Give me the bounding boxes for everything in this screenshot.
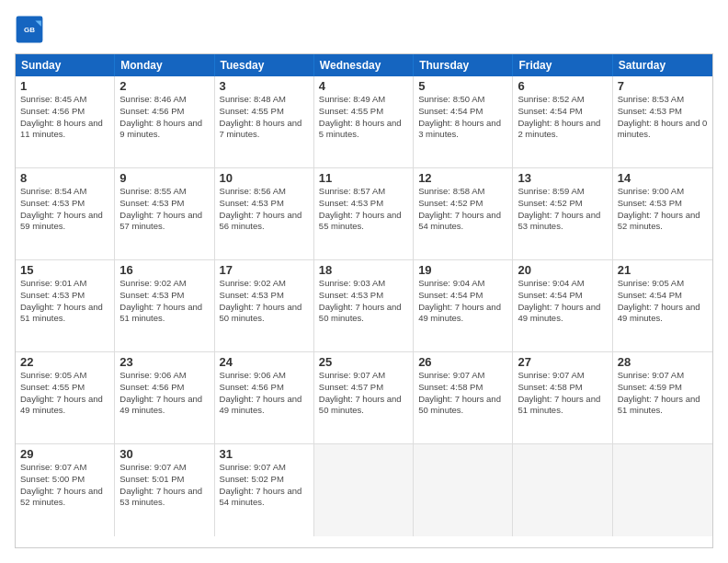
header-day-saturday: Saturday bbox=[613, 54, 712, 76]
day-info: Sunrise: 9:07 AM Sunset: 5:01 PM Dayligh… bbox=[119, 462, 209, 509]
page: GB SundayMondayTuesdayWednesdayThursdayF… bbox=[0, 0, 728, 563]
day-cell-9: 9Sunrise: 8:55 AM Sunset: 4:53 PM Daylig… bbox=[115, 168, 214, 259]
day-info: Sunrise: 9:07 AM Sunset: 4:57 PM Dayligh… bbox=[319, 370, 408, 417]
header-day-friday: Friday bbox=[513, 54, 612, 76]
day-cell-15: 15Sunrise: 9:01 AM Sunset: 4:53 PM Dayli… bbox=[16, 260, 115, 351]
day-info: Sunrise: 9:01 AM Sunset: 4:53 PM Dayligh… bbox=[20, 278, 109, 325]
day-cell-17: 17Sunrise: 9:02 AM Sunset: 4:53 PM Dayli… bbox=[215, 260, 314, 351]
day-number: 20 bbox=[518, 263, 607, 277]
day-cell-12: 12Sunrise: 8:58 AM Sunset: 4:52 PM Dayli… bbox=[414, 168, 513, 259]
day-number: 29 bbox=[20, 447, 109, 461]
header-day-wednesday: Wednesday bbox=[314, 54, 414, 76]
day-cell-8: 8Sunrise: 8:54 AM Sunset: 4:53 PM Daylig… bbox=[16, 168, 115, 259]
day-info: Sunrise: 8:45 AM Sunset: 4:56 PM Dayligh… bbox=[20, 94, 109, 141]
day-number: 14 bbox=[618, 171, 708, 185]
day-cell-4: 4Sunrise: 8:49 AM Sunset: 4:55 PM Daylig… bbox=[314, 76, 414, 167]
calendar-row-5: 29Sunrise: 9:07 AM Sunset: 5:00 PM Dayli… bbox=[16, 444, 712, 536]
logo-icon: GB bbox=[15, 15, 44, 44]
day-cell-18: 18Sunrise: 9:03 AM Sunset: 4:53 PM Dayli… bbox=[314, 260, 414, 351]
day-number: 24 bbox=[220, 355, 309, 369]
calendar-row-3: 15Sunrise: 9:01 AM Sunset: 4:53 PM Dayli… bbox=[16, 260, 712, 352]
day-number: 7 bbox=[618, 79, 708, 93]
day-cell-11: 11Sunrise: 8:57 AM Sunset: 4:53 PM Dayli… bbox=[314, 168, 414, 259]
day-info: Sunrise: 8:49 AM Sunset: 4:55 PM Dayligh… bbox=[319, 94, 408, 141]
day-info: Sunrise: 9:00 AM Sunset: 4:53 PM Dayligh… bbox=[618, 186, 708, 233]
day-number: 22 bbox=[20, 355, 109, 369]
day-cell-20: 20Sunrise: 9:04 AM Sunset: 4:54 PM Dayli… bbox=[513, 260, 612, 351]
day-cell-13: 13Sunrise: 8:59 AM Sunset: 4:52 PM Dayli… bbox=[513, 168, 612, 259]
day-cell-28: 28Sunrise: 9:07 AM Sunset: 4:59 PM Dayli… bbox=[613, 352, 712, 443]
day-info: Sunrise: 9:07 AM Sunset: 5:02 PM Dayligh… bbox=[220, 462, 309, 509]
day-cell-2: 2Sunrise: 8:46 AM Sunset: 4:56 PM Daylig… bbox=[115, 76, 214, 167]
day-info: Sunrise: 9:04 AM Sunset: 4:54 PM Dayligh… bbox=[518, 278, 607, 325]
day-cell-31: 31Sunrise: 9:07 AM Sunset: 5:02 PM Dayli… bbox=[215, 444, 314, 536]
day-number: 12 bbox=[418, 171, 507, 185]
day-info: Sunrise: 8:59 AM Sunset: 4:52 PM Dayligh… bbox=[518, 186, 607, 233]
day-number: 13 bbox=[518, 171, 607, 185]
day-number: 1 bbox=[20, 79, 109, 93]
day-number: 28 bbox=[618, 355, 708, 369]
day-cell-3: 3Sunrise: 8:48 AM Sunset: 4:55 PM Daylig… bbox=[215, 76, 314, 167]
day-info: Sunrise: 9:02 AM Sunset: 4:53 PM Dayligh… bbox=[119, 278, 209, 325]
calendar-row-4: 22Sunrise: 9:05 AM Sunset: 4:55 PM Dayli… bbox=[16, 352, 712, 444]
empty-cell bbox=[314, 444, 414, 536]
day-info: Sunrise: 9:07 AM Sunset: 4:59 PM Dayligh… bbox=[618, 370, 708, 417]
day-number: 27 bbox=[518, 355, 607, 369]
empty-cell bbox=[513, 444, 612, 536]
logo: GB bbox=[15, 15, 48, 44]
day-info: Sunrise: 9:07 AM Sunset: 4:58 PM Dayligh… bbox=[518, 370, 607, 417]
day-cell-26: 26Sunrise: 9:07 AM Sunset: 4:58 PM Dayli… bbox=[414, 352, 513, 443]
header-day-monday: Monday bbox=[115, 54, 214, 76]
day-cell-27: 27Sunrise: 9:07 AM Sunset: 4:58 PM Dayli… bbox=[513, 352, 612, 443]
day-number: 19 bbox=[418, 263, 507, 277]
day-cell-16: 16Sunrise: 9:02 AM Sunset: 4:53 PM Dayli… bbox=[115, 260, 214, 351]
day-info: Sunrise: 8:52 AM Sunset: 4:54 PM Dayligh… bbox=[518, 94, 607, 141]
day-number: 15 bbox=[20, 263, 109, 277]
header: GB bbox=[15, 15, 713, 44]
day-info: Sunrise: 8:53 AM Sunset: 4:53 PM Dayligh… bbox=[618, 94, 708, 141]
day-info: Sunrise: 9:03 AM Sunset: 4:53 PM Dayligh… bbox=[319, 278, 408, 325]
day-number: 17 bbox=[220, 263, 309, 277]
day-number: 18 bbox=[319, 263, 408, 277]
day-info: Sunrise: 8:46 AM Sunset: 4:56 PM Dayligh… bbox=[119, 94, 209, 141]
day-number: 8 bbox=[20, 171, 109, 185]
calendar-row-2: 8Sunrise: 8:54 AM Sunset: 4:53 PM Daylig… bbox=[16, 168, 712, 260]
day-info: Sunrise: 9:07 AM Sunset: 5:00 PM Dayligh… bbox=[20, 462, 109, 509]
header-day-tuesday: Tuesday bbox=[215, 54, 314, 76]
day-info: Sunrise: 9:06 AM Sunset: 4:56 PM Dayligh… bbox=[119, 370, 209, 417]
day-cell-14: 14Sunrise: 9:00 AM Sunset: 4:53 PM Dayli… bbox=[613, 168, 712, 259]
day-info: Sunrise: 9:05 AM Sunset: 4:55 PM Dayligh… bbox=[20, 370, 109, 417]
day-number: 6 bbox=[518, 79, 607, 93]
day-number: 30 bbox=[119, 447, 209, 461]
day-info: Sunrise: 8:48 AM Sunset: 4:55 PM Dayligh… bbox=[220, 94, 309, 141]
calendar-header: SundayMondayTuesdayWednesdayThursdayFrid… bbox=[16, 54, 712, 76]
day-cell-24: 24Sunrise: 9:06 AM Sunset: 4:56 PM Dayli… bbox=[215, 352, 314, 443]
day-info: Sunrise: 9:05 AM Sunset: 4:54 PM Dayligh… bbox=[618, 278, 708, 325]
calendar: SundayMondayTuesdayWednesdayThursdayFrid… bbox=[15, 53, 713, 548]
day-info: Sunrise: 9:06 AM Sunset: 4:56 PM Dayligh… bbox=[220, 370, 309, 417]
day-cell-22: 22Sunrise: 9:05 AM Sunset: 4:55 PM Dayli… bbox=[16, 352, 115, 443]
empty-cell bbox=[414, 444, 513, 536]
day-info: Sunrise: 8:56 AM Sunset: 4:53 PM Dayligh… bbox=[220, 186, 309, 233]
day-info: Sunrise: 9:04 AM Sunset: 4:54 PM Dayligh… bbox=[418, 278, 507, 325]
day-cell-30: 30Sunrise: 9:07 AM Sunset: 5:01 PM Dayli… bbox=[115, 444, 214, 536]
day-cell-7: 7Sunrise: 8:53 AM Sunset: 4:53 PM Daylig… bbox=[613, 76, 712, 167]
day-info: Sunrise: 9:02 AM Sunset: 4:53 PM Dayligh… bbox=[220, 278, 309, 325]
calendar-row-1: 1Sunrise: 8:45 AM Sunset: 4:56 PM Daylig… bbox=[16, 76, 712, 168]
day-cell-5: 5Sunrise: 8:50 AM Sunset: 4:54 PM Daylig… bbox=[414, 76, 513, 167]
day-cell-19: 19Sunrise: 9:04 AM Sunset: 4:54 PM Dayli… bbox=[414, 260, 513, 351]
day-cell-25: 25Sunrise: 9:07 AM Sunset: 4:57 PM Dayli… bbox=[314, 352, 414, 443]
day-number: 11 bbox=[319, 171, 408, 185]
day-info: Sunrise: 8:54 AM Sunset: 4:53 PM Dayligh… bbox=[20, 186, 109, 233]
day-number: 16 bbox=[119, 263, 209, 277]
empty-cell bbox=[613, 444, 712, 536]
day-number: 31 bbox=[220, 447, 309, 461]
day-number: 23 bbox=[119, 355, 209, 369]
svg-text:GB: GB bbox=[24, 26, 35, 34]
header-day-sunday: Sunday bbox=[16, 54, 115, 76]
day-info: Sunrise: 8:57 AM Sunset: 4:53 PM Dayligh… bbox=[319, 186, 408, 233]
day-number: 10 bbox=[220, 171, 309, 185]
day-cell-21: 21Sunrise: 9:05 AM Sunset: 4:54 PM Dayli… bbox=[613, 260, 712, 351]
day-info: Sunrise: 8:55 AM Sunset: 4:53 PM Dayligh… bbox=[119, 186, 209, 233]
day-cell-6: 6Sunrise: 8:52 AM Sunset: 4:54 PM Daylig… bbox=[513, 76, 612, 167]
